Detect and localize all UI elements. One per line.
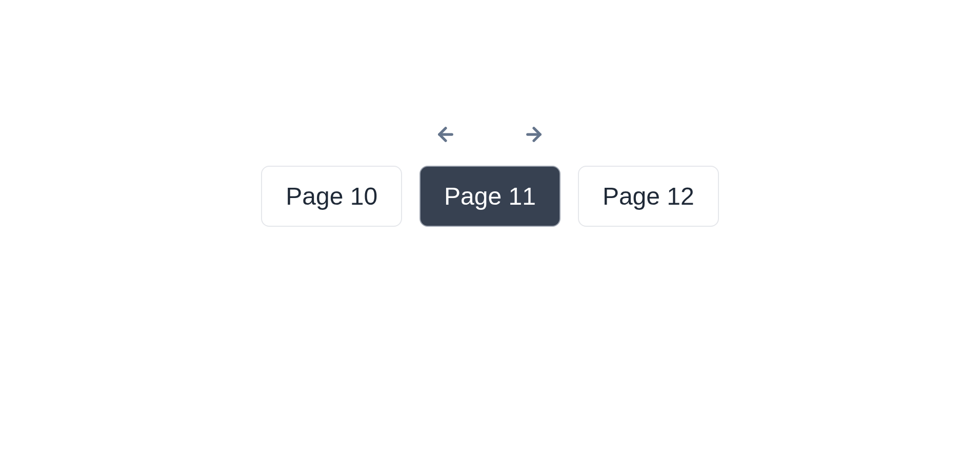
arrow-navigation-row (435, 124, 545, 145)
previous-page-button[interactable] (435, 124, 456, 145)
page-button-11[interactable]: Page 11 (419, 166, 561, 227)
page-buttons-row: Page 10 Page 11 Page 12 (261, 166, 718, 227)
next-page-button[interactable] (523, 124, 545, 145)
arrow-right-icon (523, 124, 545, 145)
page-button-10[interactable]: Page 10 (261, 166, 402, 227)
arrow-left-icon (435, 124, 456, 145)
page-button-12[interactable]: Page 12 (578, 166, 719, 227)
pagination: Page 10 Page 11 Page 12 (261, 124, 718, 227)
